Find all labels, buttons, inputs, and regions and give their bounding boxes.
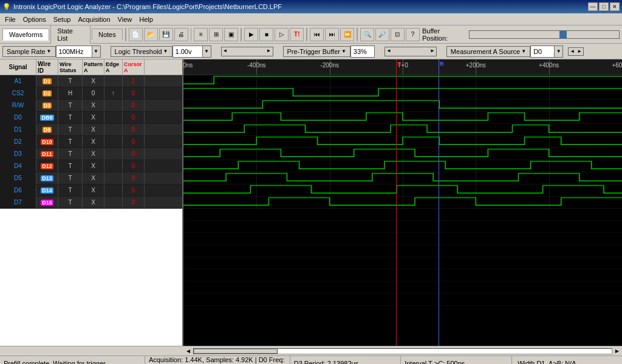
menu-file[interactable]: File bbox=[1, 15, 19, 24]
btn-run[interactable]: ▶ bbox=[244, 28, 258, 41]
signal-table: Signal Wire ID Wire Status Pattern A Edg… bbox=[0, 59, 183, 346]
menu-options[interactable]: Options bbox=[19, 15, 50, 24]
btn-save[interactable]: 💾 bbox=[159, 28, 173, 41]
pretrigger-group: Pre-Trigger Buffer ▼ 33% bbox=[283, 46, 375, 58]
table-row[interactable]: D4D12TX0 bbox=[0, 160, 182, 172]
col-header-pattern: Pattern A bbox=[83, 59, 104, 75]
menu-help[interactable]: Help bbox=[135, 15, 157, 24]
scroll-track[interactable] bbox=[193, 348, 612, 354]
pretrigger-value[interactable]: 33% bbox=[350, 46, 375, 58]
controls-bar: Sample Rate ▼ 100MHz ▼ Logic Threshold ▼… bbox=[0, 44, 622, 59]
btn-T[interactable]: T! bbox=[290, 28, 304, 41]
empty-waveform-row bbox=[183, 257, 622, 269]
empty-waveform-row bbox=[183, 245, 622, 257]
title-bar-controls[interactable]: — □ ✕ bbox=[588, 2, 620, 11]
main-area: Signal Wire ID Wire Status Pattern A Edg… bbox=[0, 59, 622, 346]
time-tick: -400ns bbox=[247, 62, 266, 69]
logic-threshold-group: Logic Threshold ▼ 1.00v ▼ bbox=[111, 46, 211, 58]
buffer-slider[interactable] bbox=[469, 30, 620, 39]
measurement-label: Measurement A Source bbox=[451, 48, 520, 55]
waveform-row bbox=[183, 136, 622, 148]
measurement-left[interactable]: ◄ bbox=[569, 48, 576, 55]
btn-single[interactable]: ▷ bbox=[275, 28, 289, 41]
h-scrollbar[interactable]: ◄ ► bbox=[0, 346, 622, 356]
btn-signals[interactable]: ≡ bbox=[194, 28, 208, 41]
title-text: Intronix LogicPort Logic Analyzer - C:\P… bbox=[13, 3, 282, 10]
scroll-thumb[interactable] bbox=[194, 349, 278, 354]
signal-table-header: Signal Wire ID Wire Status Pattern A Edg… bbox=[0, 59, 182, 75]
waveform-row bbox=[183, 197, 622, 209]
btn-stop[interactable]: ■ bbox=[259, 28, 273, 41]
table-row[interactable]: A1D1TX1 bbox=[0, 75, 182, 87]
sep3 bbox=[241, 28, 242, 41]
sep5 bbox=[357, 28, 358, 41]
btn-groups[interactable]: ▣ bbox=[224, 28, 238, 41]
btn-zoom-fit[interactable]: ⊡ bbox=[391, 28, 405, 41]
btn-new[interactable]: 📄 bbox=[129, 28, 143, 41]
waveform-row bbox=[183, 99, 622, 112]
threshold-scroll[interactable]: ◄ ► bbox=[221, 47, 273, 56]
waveform-row bbox=[183, 148, 622, 160]
btn-open[interactable]: 📂 bbox=[144, 28, 158, 41]
col-header-cursor: Cursor A bbox=[123, 59, 145, 75]
tab-waveforms[interactable]: Waveforms bbox=[2, 29, 49, 41]
waveform-rows bbox=[183, 75, 622, 346]
time-tick: +600ns bbox=[612, 62, 622, 69]
pretrigger-right[interactable]: ► bbox=[429, 47, 436, 55]
threshold-right[interactable]: ► bbox=[265, 47, 273, 55]
maximize-button[interactable]: □ bbox=[599, 2, 609, 11]
scroll-left-btn[interactable]: ◄ bbox=[185, 348, 192, 355]
threshold-track bbox=[229, 47, 265, 56]
sample-rate-dropdown[interactable]: ▼ bbox=[92, 46, 101, 58]
status-bar: Prefill complete, Waiting for trigger...… bbox=[0, 356, 622, 364]
col-header-wirestatus: Wire Status bbox=[58, 59, 83, 75]
menu-acquisition[interactable]: Acquisition bbox=[74, 15, 114, 24]
table-row[interactable]: D2D10TX0 bbox=[0, 136, 182, 148]
btn-ff[interactable]: ⏭ bbox=[325, 28, 339, 41]
table-row[interactable]: D0DB8TX0 bbox=[0, 112, 182, 124]
measurement-value[interactable]: D0 bbox=[530, 46, 555, 58]
sample-rate-value[interactable]: 100MHz bbox=[56, 46, 92, 58]
minimize-button[interactable]: — bbox=[588, 2, 598, 11]
table-row[interactable]: D3D11TX0 bbox=[0, 148, 182, 160]
menu-view[interactable]: View bbox=[114, 15, 136, 24]
tab-notes[interactable]: Notes bbox=[92, 29, 123, 40]
tab-state-list[interactable]: State List bbox=[50, 25, 91, 44]
btn-zoom-in[interactable]: 🔍 bbox=[360, 28, 374, 41]
table-row[interactable]: D1D9TX0 bbox=[0, 124, 182, 136]
btn-help[interactable]: ? bbox=[406, 28, 420, 41]
pretrigger-chevron: ▼ bbox=[341, 49, 346, 54]
close-button[interactable]: ✕ bbox=[610, 2, 620, 11]
signal-rows: A1D1TX1CS2D2H0↑0R/WD3TX0D0DB8TX0D1D9TX0D… bbox=[0, 75, 182, 209]
measurement-right[interactable]: ► bbox=[576, 48, 583, 55]
logic-threshold-label: Logic Threshold bbox=[115, 48, 162, 55]
btn-print[interactable]: 🖨 bbox=[174, 28, 188, 41]
empty-waveform-row bbox=[183, 294, 622, 306]
btn-zoom-out[interactable]: 🔎 bbox=[375, 28, 389, 41]
col-header-wireid: Wire ID bbox=[36, 59, 58, 75]
btn-bus[interactable]: ⊞ bbox=[209, 28, 223, 41]
threshold-left[interactable]: ◄ bbox=[222, 47, 229, 55]
scroll-right-btn[interactable]: ► bbox=[613, 348, 621, 355]
empty-waveform-row bbox=[183, 269, 622, 281]
menu-setup[interactable]: Setup bbox=[50, 15, 75, 24]
btn-rewind[interactable]: ⏮ bbox=[310, 28, 324, 41]
table-row[interactable]: R/WD3TX0 bbox=[0, 99, 182, 112]
time-tick: +200ns bbox=[466, 62, 486, 69]
logic-threshold-value[interactable]: 1.00v bbox=[173, 46, 203, 58]
sep1 bbox=[125, 28, 126, 41]
logic-threshold-dropdown[interactable]: ▼ bbox=[203, 46, 211, 58]
pretrigger-track bbox=[392, 47, 429, 56]
table-row[interactable]: CS2D2H0↑0 bbox=[0, 87, 182, 99]
measurement-dropdown[interactable]: ▼ bbox=[555, 46, 563, 58]
btn-step[interactable]: ⏩ bbox=[340, 28, 354, 41]
table-row[interactable]: D5D13TX0 bbox=[0, 172, 182, 184]
table-row[interactable]: D7D15TX0 bbox=[0, 197, 182, 209]
table-row[interactable]: D6D14TX0 bbox=[0, 184, 182, 197]
measurement-scroll[interactable]: ◄ ► bbox=[568, 47, 584, 56]
app-icon: 💡 bbox=[2, 3, 11, 11]
pretrigger-scroll[interactable]: ◄ ► bbox=[384, 47, 437, 56]
pretrigger-left[interactable]: ◄ bbox=[385, 47, 392, 55]
sep4 bbox=[306, 28, 307, 41]
waveform-row bbox=[183, 184, 622, 197]
